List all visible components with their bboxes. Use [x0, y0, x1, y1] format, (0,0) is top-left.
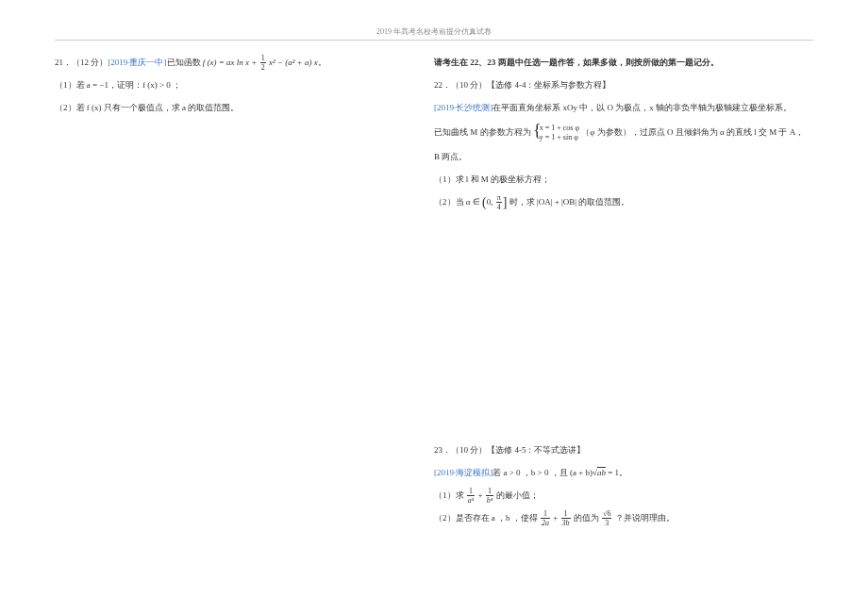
q22-l2-tail: （φ 为参数），过原点 O 且倾斜角为 α 的直线 l 交 M 于 A， [581, 127, 804, 137]
q21-part1: （1）若 a = −1，证明：f (x) > 0 ； [55, 75, 398, 95]
dot: 。 [318, 58, 326, 67]
q21-text: 已知函数 [167, 58, 201, 67]
q23-l1-tail: 若 a > 0 ，b > 0 ，且 (a + b) [492, 468, 593, 477]
fraction-1a3: 1 a³ [467, 487, 475, 505]
num: π [496, 193, 502, 203]
num: 1 [260, 54, 266, 63]
fraction-half: 1 2 [260, 54, 266, 72]
page-header: 2019 年高考名校考前提分仿真试卷 [0, 0, 868, 40]
q22-p2-before: （2）当 α ∈ [434, 197, 480, 207]
q22-l1-tail: 在平面直角坐标系 xOy 中，以 O 为极点，x 轴的非负半轴为极轴建立极坐标系… [492, 103, 792, 112]
fraction-1b3: 1 b³ [486, 487, 493, 505]
q23-line1: [2019·海淀模拟]若 a > 0 ，b > 0 ，且 (a + b)√ab … [434, 462, 802, 483]
den: a³ [467, 496, 475, 505]
q23-header: 23．（10 分）【选修 4-5：不等式选讲】 [434, 440, 802, 460]
num: √6 [602, 509, 611, 519]
q21-number: 21．（12 分） [55, 58, 108, 67]
q23-part1: （1）求 1 a³ + 1 b³ 的最小值； [434, 485, 802, 506]
param-y: y = 1 + sin φ [540, 133, 579, 142]
content-two-column: 21．（12 分）[2019·重庆一中]已知函数 f (x) = ax ln x… [0, 41, 868, 530]
plus2: + [551, 513, 560, 523]
sqrt-inner: ab [597, 468, 606, 477]
q22-part1: （1）求 l 和 M 的极坐标方程； [434, 169, 802, 190]
fraction-pi4: π 4 [496, 193, 502, 211]
plus: + [476, 490, 485, 500]
bracket-r: ] [503, 195, 508, 209]
q22-header: 22．（10 分）【选修 4-4：坐标系与参数方程】 [434, 75, 802, 95]
q21-func-tail: x² − (a² + a) x [269, 58, 318, 67]
den: b³ [486, 496, 493, 505]
q23-p2-before: （2）是否存在 a ，b ，使得 [434, 513, 538, 523]
q21-problem: 21．（12 分）[2019·重庆一中]已知函数 f (x) = ax ln x… [55, 52, 398, 73]
den: 2a [541, 519, 550, 527]
num: 1 [467, 487, 475, 496]
range-zero: 0, [487, 197, 493, 207]
q23-p1-before: （1）求 [434, 490, 464, 500]
header-text: 2019 年高考名校考前提分仿真试卷 [376, 27, 492, 36]
num: 1 [561, 509, 571, 519]
q23-source: [2019·海淀模拟] [434, 468, 492, 477]
fraction-sqrt6-3: √6 3 [602, 509, 611, 527]
eq1: = 1。 [606, 468, 627, 477]
q23-p2-after: ？并说明理由。 [615, 513, 675, 523]
q21-func-head: f (x) = ax ln x + [203, 58, 258, 67]
den: 4 [496, 203, 502, 211]
right-column: 请考生在 22、23 两题中任选一题作答，如果多做，则按所做的第一题记分。 22… [434, 52, 802, 530]
fraction-1-3b: 1 3b [561, 509, 571, 527]
param-brace: x = 1 + cos φ y = 1 + sin φ [533, 124, 579, 142]
den: 2 [260, 63, 266, 72]
q22-source: [2019·长沙统测] [434, 103, 492, 112]
den: 3b [561, 519, 571, 527]
q23-part2: （2）是否存在 a ，b ，使得 1 2a + 1 3b 的值为 √6 3 ？并… [434, 507, 802, 528]
fraction-1-2a: 1 2a [541, 509, 550, 527]
q21-source: [2019·重庆一中] [108, 58, 166, 67]
q23-p2-mid: 的值为 [574, 513, 599, 523]
q22-part2: （2）当 α ∈ (0, π 4 ] 时，求 |OA| + |OB| 的取值范围… [434, 191, 802, 213]
num: 1 [486, 487, 493, 496]
q22-line1: [2019·长沙统测]在平面直角坐标系 xOy 中，以 O 为极点，x 轴的非负… [434, 97, 802, 118]
elective-notice: 请考生在 22、23 两题中任选一题作答，如果多做，则按所做的第一题记分。 [434, 52, 802, 73]
num: 1 [541, 509, 550, 519]
q22-l2-prefix: 已知曲线 M 的参数方程为 [434, 127, 531, 137]
q22-line3: B 两点。 [434, 146, 802, 167]
q22-line2: 已知曲线 M 的参数方程为 x = 1 + cos φ y = 1 + sin … [434, 120, 802, 144]
param-x: x = 1 + cos φ [540, 124, 579, 133]
den: 3 [602, 519, 611, 527]
q21-part2: （2）若 f (x) 只有一个极值点，求 a 的取值范围。 [55, 97, 398, 118]
left-column: 21．（12 分）[2019·重庆一中]已知函数 f (x) = ax ln x… [55, 52, 398, 530]
q23-p1-after: 的最小值； [496, 490, 539, 500]
q22-p2-after: 时，求 |OA| + |OB| 的取值范围。 [509, 197, 630, 207]
